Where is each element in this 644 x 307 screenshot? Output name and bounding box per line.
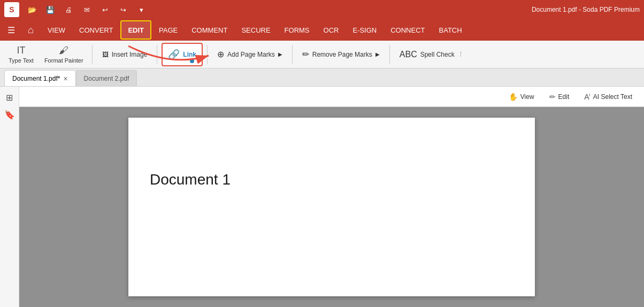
format-painter-button[interactable]: 🖌 Format Painter bbox=[40, 43, 88, 66]
toolbar-divider-1 bbox=[92, 45, 93, 64]
more-icon[interactable]: ▾ bbox=[134, 2, 149, 17]
ai-toolbar: ✋ View ✏ Edit AI AI Select Text bbox=[19, 87, 644, 107]
type-text-label: Type Text bbox=[9, 57, 34, 64]
soda-logo: S bbox=[4, 2, 19, 17]
toolbar-divider-5 bbox=[389, 45, 390, 64]
spell-check-more: ⋮ bbox=[458, 51, 464, 58]
spell-check-label: Spell Check bbox=[420, 51, 455, 58]
menu-bar: ☰ ⌂ VIEW CONVERT EDIT PAGE COMMENT SECUR… bbox=[0, 19, 644, 41]
title-bar-left: S 📂 💾 🖨 ✉ ↩ ↪ ▾ bbox=[4, 2, 149, 17]
document-name: Document 1.pdf bbox=[532, 6, 577, 13]
edit-button[interactable]: ✏ Edit bbox=[544, 90, 575, 103]
tab-bar: Document 1.pdf* × Document 2.pdf bbox=[0, 68, 644, 87]
format-painter-icon: 🖌 bbox=[59, 45, 68, 56]
tab-document1-close[interactable]: × bbox=[63, 74, 67, 83]
menu-forms[interactable]: FORMS bbox=[278, 20, 316, 40]
tab-document1-label: Document 1.pdf* bbox=[12, 75, 60, 82]
ai-select-text-button[interactable]: AI AI Select Text bbox=[579, 90, 638, 103]
sidebar-panel-icon[interactable]: ⊞ bbox=[2, 90, 17, 105]
document-area: Document 1 bbox=[19, 107, 644, 307]
remove-page-marks-arrow: ▶ bbox=[375, 51, 380, 57]
menu-convert[interactable]: CONVERT bbox=[73, 20, 119, 40]
menu-secure[interactable]: SECURE bbox=[235, 20, 277, 40]
view-label: View bbox=[520, 93, 534, 101]
type-text-button[interactable]: IT Type Text bbox=[4, 43, 38, 66]
save-icon[interactable]: 💾 bbox=[43, 2, 58, 17]
redo-icon[interactable]: ↪ bbox=[116, 2, 131, 17]
tab-document1[interactable]: Document 1.pdf* × bbox=[4, 70, 76, 86]
hamburger-menu[interactable]: ☰ bbox=[2, 22, 20, 39]
email-icon[interactable]: ✉ bbox=[79, 2, 94, 17]
add-page-marks-icon: ⊕ bbox=[217, 49, 224, 59]
add-page-marks-label: Add Page Marks bbox=[227, 51, 275, 58]
toolbar-divider-3 bbox=[207, 45, 208, 64]
menu-ocr[interactable]: OCR bbox=[317, 20, 346, 40]
sidebar-left: ⊞ 🔖 bbox=[0, 87, 19, 307]
document-title: Document 1 bbox=[150, 171, 513, 188]
print-icon[interactable]: 🖨 bbox=[61, 2, 76, 17]
view-icon: ✋ bbox=[509, 93, 518, 101]
edit-toolbar: IT Type Text 🖌 Format Painter 🖼 Insert I… bbox=[0, 41, 644, 68]
menu-view[interactable]: VIEW bbox=[41, 20, 72, 40]
menu-edit[interactable]: EDIT bbox=[120, 20, 151, 40]
menu-batch[interactable]: BATCH bbox=[433, 20, 469, 40]
link-label: Link bbox=[183, 51, 196, 58]
add-page-marks-arrow: ▶ bbox=[278, 51, 282, 57]
type-text-icon: IT bbox=[17, 45, 25, 56]
link-button[interactable]: 🔗 Link bbox=[162, 43, 203, 66]
remove-page-marks-button[interactable]: ✏ Remove Page Marks ▶ bbox=[297, 43, 385, 66]
document-page: Document 1 bbox=[128, 118, 535, 296]
menu-page[interactable]: PAGE bbox=[152, 20, 184, 40]
main-area: ⊞ 🔖 ✋ View ✏ Edit AI AI Select Text Docu… bbox=[0, 87, 644, 307]
link-indicator bbox=[190, 59, 194, 63]
menu-esign[interactable]: E-SIGN bbox=[346, 20, 383, 40]
title-separator: - bbox=[579, 6, 581, 13]
home-button[interactable]: ⌂ bbox=[21, 21, 40, 39]
link-icon: 🔗 bbox=[168, 49, 180, 60]
undo-icon[interactable]: ↩ bbox=[97, 2, 112, 17]
insert-image-icon: 🖼 bbox=[102, 51, 109, 58]
spell-check-icon: ABC bbox=[400, 50, 417, 59]
edit-pencil-icon: ✏ bbox=[549, 93, 556, 101]
sidebar-bookmark-icon[interactable]: 🔖 bbox=[2, 107, 17, 122]
title-bar-info: Document 1.pdf - Soda PDF Premium bbox=[532, 6, 640, 13]
add-page-marks-button[interactable]: ⊕ Add Page Marks ▶ bbox=[212, 43, 288, 66]
format-painter-label: Format Painter bbox=[44, 57, 83, 64]
insert-image-label: Insert Image bbox=[112, 51, 148, 58]
open-folder-icon[interactable]: 📂 bbox=[25, 2, 40, 17]
menu-connect[interactable]: CONNECT bbox=[384, 20, 431, 40]
view-button[interactable]: ✋ View bbox=[503, 90, 540, 103]
tab-document2-label: Document 2.pdf bbox=[84, 75, 129, 82]
toolbar-divider-2 bbox=[157, 45, 157, 64]
spell-check-button[interactable]: ABC Spell Check ⋮ bbox=[394, 43, 469, 66]
menu-comment[interactable]: COMMENT bbox=[185, 20, 234, 40]
ai-select-icon: AI bbox=[584, 93, 591, 101]
remove-page-marks-label: Remove Page Marks bbox=[312, 51, 372, 58]
insert-image-button[interactable]: 🖼 Insert Image bbox=[97, 43, 153, 66]
edit-label: Edit bbox=[558, 93, 570, 101]
app-name: Soda PDF Premium bbox=[582, 6, 640, 13]
remove-page-marks-icon: ✏ bbox=[302, 49, 309, 59]
toolbar-divider-4 bbox=[292, 45, 293, 64]
tab-document2[interactable]: Document 2.pdf bbox=[76, 70, 137, 86]
content-area: ✋ View ✏ Edit AI AI Select Text Document… bbox=[19, 87, 644, 307]
ai-select-text-label: AI Select Text bbox=[593, 93, 632, 101]
title-bar: S 📂 💾 🖨 ✉ ↩ ↪ ▾ Document 1.pdf - Soda PD… bbox=[0, 0, 644, 19]
